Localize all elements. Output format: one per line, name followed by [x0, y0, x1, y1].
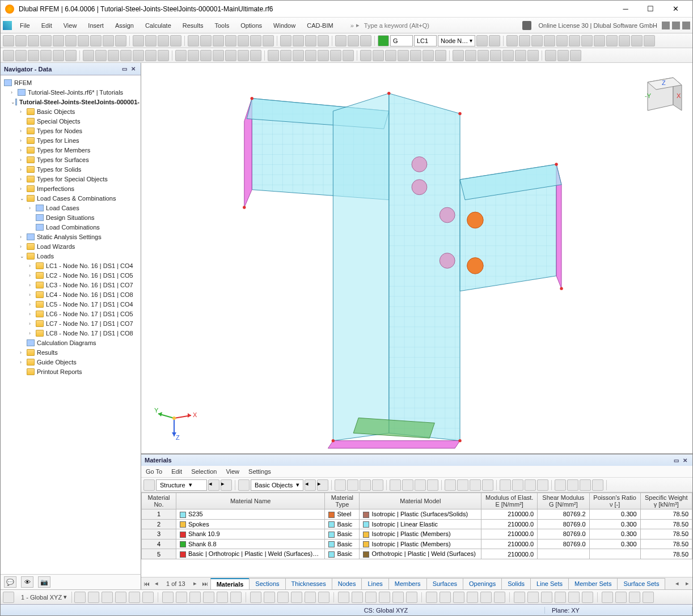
- prev-page-icon[interactable]: ◂: [151, 580, 162, 587]
- tree-item[interactable]: ⌄Load Cases & Combinations: [2, 193, 140, 203]
- tool-icon[interactable]: [225, 50, 236, 61]
- tool-icon[interactable]: [365, 592, 377, 603]
- tool-icon[interactable]: [217, 592, 228, 603]
- tool-icon[interactable]: [582, 592, 593, 603]
- tool-icon[interactable]: [203, 592, 214, 603]
- tool-icon[interactable]: [95, 50, 107, 61]
- tool-icon[interactable]: [531, 35, 543, 46]
- mat-menu-go-to[interactable]: Go To: [146, 468, 162, 475]
- tool-icon[interactable]: [335, 35, 346, 46]
- tool-icon[interactable]: [385, 50, 396, 61]
- tool-icon[interactable]: [188, 50, 199, 61]
- tool-icon[interactable]: [541, 592, 552, 603]
- tool-icon[interactable]: [512, 479, 523, 491]
- first-page-icon[interactable]: ⏮: [141, 580, 151, 587]
- tree-item[interactable]: ›Types for Solids: [2, 164, 140, 174]
- mat-menu-view[interactable]: View: [226, 468, 239, 475]
- tool-icon[interactable]: [293, 35, 304, 46]
- tree-root[interactable]: RFEM: [2, 78, 140, 87]
- tree-item[interactable]: Load Combinations: [2, 222, 140, 232]
- tool-icon[interactable]: [537, 479, 548, 491]
- mat-menu-settings[interactable]: Settings: [248, 468, 271, 475]
- tree-item[interactable]: ›LC2 - Node No. 16 | DS1 | CO5: [2, 270, 140, 280]
- tool-icon[interactable]: [606, 35, 618, 46]
- tree-item[interactable]: ›Types for Members: [2, 145, 140, 155]
- undock-icon[interactable]: ▭: [672, 456, 680, 464]
- tool-icon[interactable]: [280, 35, 291, 46]
- tool-icon[interactable]: [188, 35, 199, 46]
- coord-system-select[interactable]: 1 - Global XYZ ▾: [16, 592, 72, 603]
- tool-icon[interactable]: [53, 35, 64, 46]
- tree-item[interactable]: ›Load Cases: [2, 203, 140, 213]
- min-child-icon[interactable]: [662, 22, 670, 29]
- tool-icon[interactable]: [415, 479, 426, 491]
- tool-icon[interactable]: [402, 479, 413, 491]
- tree-item[interactable]: ›Basic Objects: [2, 107, 140, 116]
- tool-icon[interactable]: [158, 35, 169, 46]
- menu-results[interactable]: Results: [177, 20, 209, 31]
- tool-icon[interactable]: [568, 592, 580, 603]
- 3d-viewport[interactable]: X Y Z X -Y Z: [141, 63, 692, 453]
- tool-icon[interactable]: [250, 592, 261, 603]
- tool-icon[interactable]: [133, 50, 144, 61]
- tool-icon[interactable]: [230, 592, 242, 603]
- tree-item[interactable]: ›LC3 - Node No. 16 | DS1 | CO7: [2, 280, 140, 290]
- tool-icon[interactable]: [360, 479, 371, 491]
- comment-icon[interactable]: 💬: [4, 576, 16, 588]
- tree-item[interactable]: Calculation Diagrams: [2, 338, 140, 347]
- menu-insert[interactable]: Insert: [82, 20, 109, 31]
- tool-icon[interactable]: [490, 50, 501, 61]
- tool-icon[interactable]: [338, 592, 349, 603]
- tool-icon[interactable]: [213, 50, 224, 61]
- view-cube[interactable]: X -Y Z: [633, 71, 684, 122]
- tool-icon[interactable]: [352, 592, 363, 603]
- mat-menu-edit[interactable]: Edit: [171, 468, 182, 475]
- tool-icon[interactable]: [500, 479, 511, 491]
- tool-icon[interactable]: [108, 50, 119, 61]
- tool-icon[interactable]: [176, 592, 187, 603]
- tool-icon[interactable]: [406, 592, 417, 603]
- camera-icon[interactable]: 📷: [38, 576, 50, 588]
- tool-icon[interactable]: [502, 50, 514, 61]
- tool-icon[interactable]: [170, 35, 181, 46]
- tool-icon[interactable]: [129, 592, 140, 603]
- tool-icon[interactable]: [347, 479, 358, 491]
- tool-icon[interactable]: [103, 35, 114, 46]
- tool-icon[interactable]: [544, 35, 555, 46]
- materials-table[interactable]: MaterialNo.Material NameMaterialTypeMate…: [141, 492, 692, 577]
- tool-icon[interactable]: [435, 50, 446, 61]
- next-icon[interactable]: [489, 35, 500, 46]
- tool-icon[interactable]: [200, 35, 212, 46]
- tool-icon[interactable]: [567, 479, 578, 491]
- table-row[interactable]: 2SpokesBasicIsotropic | Linear Elastic21…: [142, 519, 692, 529]
- tool-icon[interactable]: [644, 35, 655, 46]
- tool-icon[interactable]: [3, 35, 14, 46]
- scroll-right-icon[interactable]: ▸: [682, 580, 692, 587]
- tool-icon[interactable]: [133, 35, 144, 46]
- tool-icon[interactable]: [277, 592, 289, 603]
- tool-icon[interactable]: [360, 50, 371, 61]
- tab-members[interactable]: Members: [388, 578, 427, 589]
- tool-icon[interactable]: [175, 50, 187, 61]
- table-row[interactable]: 1S235SteelIsotropic | Plastic (Surfaces/…: [142, 509, 692, 520]
- tool-icon[interactable]: [467, 592, 478, 603]
- tree-item[interactable]: Special Objects: [2, 116, 140, 126]
- scroll-left-icon[interactable]: ◂: [672, 580, 682, 587]
- tab-openings[interactable]: Openings: [463, 578, 502, 589]
- tool-icon[interactable]: [318, 35, 329, 46]
- tool-icon[interactable]: [580, 479, 591, 491]
- last-page-icon[interactable]: ⏭: [200, 580, 210, 587]
- tool-icon[interactable]: [250, 35, 261, 46]
- tool-icon[interactable]: [506, 35, 518, 46]
- tool-icon[interactable]: [592, 479, 603, 491]
- tree-item[interactable]: ›Types for Nodes: [2, 126, 140, 135]
- tool-icon[interactable]: [65, 50, 77, 61]
- tab-member-sets[interactable]: Member Sets: [568, 578, 618, 589]
- tool-icon[interactable]: [410, 50, 421, 61]
- tool-icon[interactable]: [330, 50, 341, 61]
- tab-line-sets[interactable]: Line Sets: [530, 578, 569, 589]
- tool-icon[interactable]: [445, 479, 456, 491]
- menu-app-icon[interactable]: [3, 21, 12, 30]
- tool-icon[interactable]: [602, 592, 613, 603]
- tool-icon[interactable]: [426, 592, 437, 603]
